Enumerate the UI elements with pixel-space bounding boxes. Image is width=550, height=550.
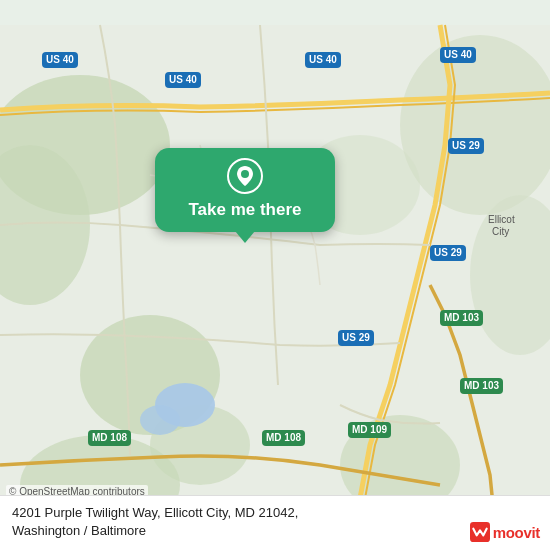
address-text: 4201 Purple Twilight Way, Ellicott City,…: [12, 504, 538, 540]
map-background: Ellicot City: [0, 0, 550, 550]
popup-tail: [235, 231, 255, 243]
moovit-logo: moovit: [470, 522, 540, 542]
badge-us40-far: US 40: [440, 47, 476, 63]
badge-us29-upper: US 29: [448, 138, 484, 154]
badge-us40-left: US 40: [42, 52, 78, 68]
badge-md103-bottom: MD 103: [460, 378, 503, 394]
svg-text:City: City: [492, 226, 509, 237]
badge-md109: MD 109: [348, 422, 391, 438]
info-bar: 4201 Purple Twilight Way, Ellicott City,…: [0, 495, 550, 550]
badge-us40-right: US 40: [305, 52, 341, 68]
location-pin-icon: [227, 158, 263, 194]
popup[interactable]: Take me there: [155, 148, 335, 243]
popup-bubble[interactable]: Take me there: [155, 148, 335, 232]
map-container: Ellicot City US 40 US 40 US 40 US 40 US …: [0, 0, 550, 550]
svg-point-11: [140, 405, 180, 435]
svg-point-15: [241, 170, 249, 178]
badge-us40-mid: US 40: [165, 72, 201, 88]
badge-us29-mid: US 29: [430, 245, 466, 261]
moovit-text: moovit: [493, 524, 540, 541]
badge-md103: MD 103: [440, 310, 483, 326]
popup-label: Take me there: [188, 200, 301, 220]
badge-md108-right: MD 108: [262, 430, 305, 446]
moovit-icon: [470, 522, 490, 542]
badge-md108-left: MD 108: [88, 430, 131, 446]
badge-us29-low: US 29: [338, 330, 374, 346]
svg-text:Ellicot: Ellicot: [488, 214, 515, 225]
